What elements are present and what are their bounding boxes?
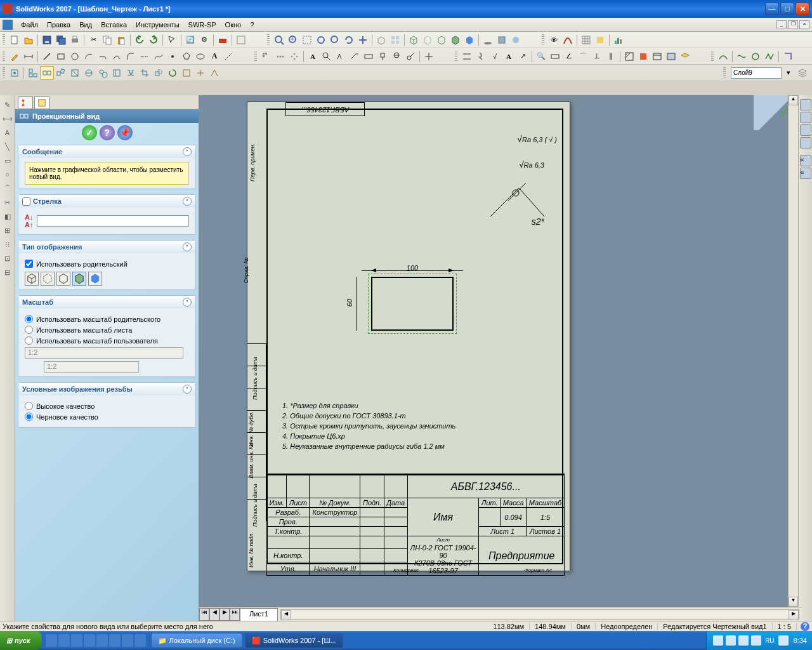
scale-sheet-radio[interactable]: Использовать масштаб листа	[25, 326, 189, 334]
pan-button[interactable]	[356, 33, 370, 47]
task-solidworks[interactable]: 🟥 SolidWorks 2007 - [Ш...	[245, 633, 343, 648]
aligned-section-button[interactable]	[82, 66, 96, 80]
menu-view[interactable]: Вид	[75, 20, 96, 30]
circular-pattern-button[interactable]	[287, 50, 301, 63]
toolbar-grip[interactable]	[254, 51, 257, 62]
3views-button[interactable]	[26, 66, 40, 80]
rotate-button[interactable]	[342, 33, 356, 47]
tray-icon-1[interactable]	[713, 635, 723, 646]
perspective-button[interactable]	[593, 33, 607, 47]
section-button[interactable]	[495, 33, 509, 47]
menu-insert[interactable]: Вставка	[96, 20, 131, 30]
detail-view-button[interactable]	[96, 66, 110, 80]
circle-button[interactable]	[68, 50, 82, 63]
curve3-button[interactable]	[749, 50, 763, 63]
sheet-first-button[interactable]: ⏮	[199, 608, 209, 621]
scale-user-radio[interactable]: Использовать масштаб пользователя	[25, 336, 189, 345]
tray-icon-5[interactable]	[778, 635, 789, 646]
saveall-button[interactable]	[54, 33, 68, 47]
projected-view-button[interactable]	[40, 66, 54, 80]
close-button[interactable]: ✕	[796, 3, 809, 15]
arrow2-button[interactable]: ↗	[516, 50, 530, 63]
update-view-button[interactable]	[166, 66, 180, 80]
toolbar-grip[interactable]	[267, 34, 270, 46]
save-button[interactable]	[40, 33, 54, 47]
tol2-button[interactable]	[548, 50, 562, 63]
point-button[interactable]	[166, 50, 180, 63]
pin-button[interactable]: 📌	[117, 125, 133, 140]
shadows-button[interactable]	[481, 33, 495, 47]
curve5-button[interactable]	[781, 50, 795, 63]
break-button[interactable]	[124, 66, 138, 80]
resources-tab-icon[interactable]	[800, 99, 811, 110]
datum-button[interactable]	[376, 50, 390, 63]
thread-draft-radio[interactable]: Черновое качество	[25, 413, 189, 421]
table2-button[interactable]	[664, 50, 678, 63]
spline-button[interactable]	[152, 50, 166, 63]
scroll-up-button[interactable]: ▲	[789, 95, 798, 105]
tray-icon-2[interactable]	[726, 635, 736, 646]
cb-trim-icon[interactable]: ✂	[1, 196, 14, 209]
crop-button[interactable]	[138, 66, 152, 80]
view14-button[interactable]	[193, 66, 207, 80]
sheet-next-button[interactable]: ▶	[219, 608, 230, 621]
3dviews-button[interactable]	[388, 33, 402, 47]
graphics-area[interactable]: ✓ АБВГ.123456... Перв. примен. Справ. № …	[199, 95, 812, 621]
maximize-button[interactable]: □	[780, 3, 794, 15]
dimension-button[interactable]	[22, 50, 36, 63]
scroll-left-button[interactable]: ◀	[281, 610, 291, 620]
zoom-selected-button[interactable]	[328, 33, 342, 47]
align-button[interactable]	[460, 50, 474, 63]
ql-app1-icon[interactable]	[71, 634, 82, 647]
property-tab[interactable]	[34, 96, 49, 109]
undo-button[interactable]	[133, 33, 147, 47]
color-button[interactable]	[636, 50, 650, 63]
cb-misc2-icon[interactable]: ⊟	[1, 266, 14, 279]
feature-tree-tab[interactable]	[18, 96, 33, 109]
model-view-button[interactable]	[8, 66, 22, 80]
cb-offset-icon[interactable]: ⊞	[1, 224, 14, 237]
toolbar-grip[interactable]	[3, 34, 5, 46]
zoom-area-button[interactable]	[300, 33, 314, 47]
toolbar-grip[interactable]	[723, 67, 726, 79]
collapse-icon[interactable]: ˄	[183, 197, 192, 206]
centermark-button[interactable]	[422, 50, 436, 63]
balloon-button[interactable]	[320, 50, 334, 63]
cb-arc-icon[interactable]: ⌒	[1, 182, 14, 195]
surface2-button[interactable]: √	[488, 50, 502, 63]
vertical-scrollbar[interactable]: ▲ ▼	[788, 95, 798, 607]
help-button[interactable]: ?	[100, 125, 115, 140]
copy-button[interactable]	[100, 33, 114, 47]
display-shaded-button[interactable]	[88, 272, 102, 286]
broken-out-button[interactable]	[110, 66, 124, 80]
datum-target-button[interactable]	[390, 50, 403, 63]
cb-dim-icon[interactable]: ⟷	[1, 112, 14, 125]
cb-rect-icon[interactable]: ▭	[1, 154, 14, 167]
layer-dropdown-button[interactable]: ▾	[782, 66, 796, 80]
layers2-button[interactable]	[678, 50, 692, 63]
menu-window[interactable]: Окно	[221, 20, 246, 30]
note2-button[interactable]: A	[502, 50, 516, 63]
tangent-arc-button[interactable]	[96, 50, 110, 63]
curve1-button[interactable]	[716, 50, 730, 63]
menu-help[interactable]: ?	[246, 20, 258, 30]
task-explorer[interactable]: 📁 Локальный диск (C:)	[151, 633, 242, 648]
options-button[interactable]: ⚙	[197, 33, 211, 47]
centerline-button[interactable]	[138, 50, 152, 63]
ql-app5-icon[interactable]	[122, 634, 133, 647]
clock[interactable]: 8:34	[794, 637, 807, 644]
toolbar-grip[interactable]	[542, 34, 544, 46]
zoom-previous-button[interactable]	[272, 33, 286, 47]
cb-misc1-icon[interactable]: ⊡	[1, 252, 14, 265]
toolbar-grip[interactable]	[3, 51, 5, 62]
grid-small-button[interactable]	[259, 50, 273, 63]
auxiliary-view-button[interactable]	[54, 66, 68, 80]
menu-swrsp[interactable]: SWR-SP	[184, 20, 221, 30]
surf-finish-button[interactable]	[334, 50, 348, 63]
view15-button[interactable]	[207, 66, 221, 80]
zoom-fit-button[interactable]: +	[286, 33, 300, 47]
cb-line-icon[interactable]: ╲	[1, 140, 14, 153]
collapse-icon[interactable]: ˄	[183, 385, 192, 394]
section-view-button[interactable]	[68, 66, 82, 80]
edge-button[interactable]	[561, 33, 575, 47]
